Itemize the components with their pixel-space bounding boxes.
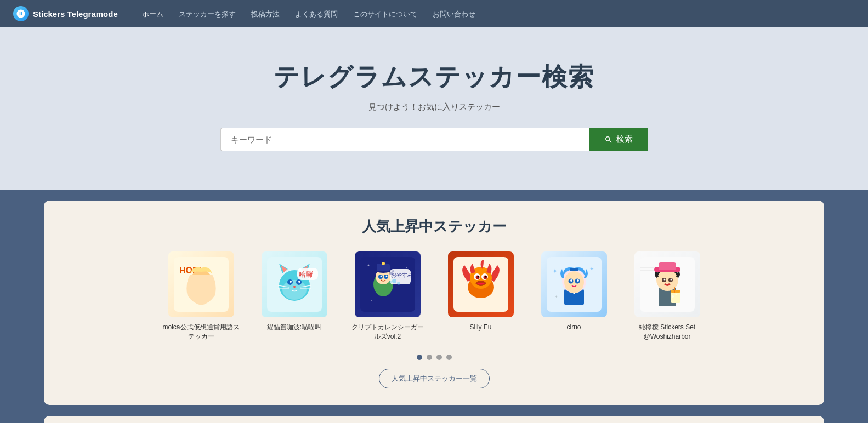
carousel-dots [66, 355, 802, 360]
svg-point-39 [392, 270, 394, 272]
nav-item-faq[interactable]: よくある質問 [288, 9, 344, 19]
sticker-item-cirno[interactable]: ✦ ✦ + + [536, 251, 612, 341]
dot-4[interactable] [446, 355, 452, 360]
main-content: 人気上昇中ステッカー HODL! [0, 190, 868, 423]
sticker-item-neko[interactable]: 哈囉 貓貓囂咖波:喵喵叫 [256, 251, 333, 341]
svg-point-41 [397, 282, 400, 285]
search-input[interactable] [220, 128, 589, 151]
sticker-item-silly-eu[interactable]: Silly Eu [442, 251, 519, 341]
nav-item-contact[interactable]: お問い合わせ [426, 9, 482, 19]
nav-item-about[interactable]: このサイトについて [347, 9, 424, 19]
sticker-label-molca: molca公式仮想通貨用語ステッカー [163, 323, 240, 341]
view-all-trending-button[interactable]: 人気上昇中ステッカー一覧 [379, 369, 490, 388]
search-icon [604, 135, 613, 144]
sticker-image-crypto: おやすみ [355, 251, 421, 317]
search-button[interactable]: 検索 [589, 128, 648, 151]
svg-text:哈囉: 哈囉 [299, 270, 313, 278]
nav-item-find[interactable]: ステッカーを探す [172, 9, 242, 19]
sticker-label-crypto: クリプトカレンシーガールズvol.2 [349, 323, 426, 341]
navbar: Stickers Telegramode ホーム ステッカーを探す 投稿方法 よ… [0, 0, 868, 27]
hero-subtitle: 見つけよう！お気に入りステッカー [11, 102, 857, 112]
svg-point-63 [570, 279, 572, 282]
svg-point-38 [389, 272, 393, 275]
svg-rect-78 [674, 287, 675, 293]
svg-point-15 [290, 281, 292, 283]
svg-rect-77 [671, 290, 680, 293]
search-button-label: 検索 [616, 134, 633, 145]
sticker-image-cirno: ✦ ✦ + + [541, 251, 607, 317]
dot-2[interactable] [427, 355, 432, 360]
sticker-item-molca[interactable]: HODL! molca公式仮想通貨用語ステッカー [163, 251, 240, 341]
nav-menu: ホーム ステッカーを探す 投稿方法 よくある質問 このサイトについて お問い合わ… [135, 9, 482, 19]
svg-point-79 [672, 295, 674, 298]
svg-point-34 [380, 276, 382, 277]
svg-text:✦: ✦ [552, 267, 558, 275]
sticker-image-neko: 哈囉 [262, 251, 327, 317]
hero-title: テレグラムステッカー検索 [11, 60, 857, 94]
search-bar: 検索 [220, 128, 648, 151]
brand-name: Stickers Telegramode [33, 9, 118, 19]
svg-point-26 [371, 300, 372, 301]
sticker-item-lemon[interactable]: 純檸檬 Stickers Set @Woshizharbor [629, 251, 706, 341]
svg-point-24 [367, 265, 369, 266]
svg-point-75 [670, 279, 672, 281]
nav-item-post[interactable]: 投稿方法 [245, 9, 286, 19]
svg-point-50 [477, 276, 479, 278]
svg-text:✦: ✦ [589, 266, 594, 272]
trending-section: 人気上昇中ステッカー HODL! [44, 201, 824, 405]
sticker-item-crypto[interactable]: おやすみ クリプトカレンシーガールズvol.2 [349, 251, 426, 341]
svg-rect-60 [570, 268, 578, 271]
brand-logo[interactable]: Stickers Telegramode [13, 6, 118, 21]
svg-point-59 [564, 271, 584, 293]
svg-text:+: + [592, 291, 594, 296]
nav-item-home[interactable]: ホーム [135, 9, 170, 19]
sticker-image-lemon [634, 251, 700, 317]
svg-point-51 [485, 276, 486, 278]
svg-text:おやすみ: おやすみ [391, 272, 413, 278]
sticker-label-silly-eu: Silly Eu [469, 323, 491, 332]
svg-point-25 [406, 267, 407, 268]
dot-1[interactable] [417, 355, 422, 360]
sticker-label-cirno: cirno [566, 323, 581, 332]
brand-icon [13, 6, 29, 21]
svg-point-74 [663, 279, 665, 281]
dot-3[interactable] [436, 355, 442, 360]
svg-text:+: + [555, 294, 558, 299]
svg-point-64 [577, 279, 579, 282]
svg-point-8 [282, 280, 307, 300]
svg-point-31 [382, 262, 385, 265]
trending-stickers-row: HODL! molca公式仮想通貨用語ステッカー [66, 251, 802, 341]
sticker-image-molca: HODL! [168, 251, 234, 317]
trending-title: 人気上昇中ステッカー [66, 217, 802, 236]
view-all-container: 人気上昇中ステッカー一覧 [66, 369, 802, 388]
sticker-image-silly-eu [448, 251, 514, 317]
hero-section: テレグラムステッカー検索 見つけよう！お気に入りステッカー 検索 [0, 27, 868, 190]
svg-point-40 [392, 279, 396, 283]
sticker-label-neko: 貓貓囂咖波:喵喵叫 [267, 323, 321, 332]
svg-point-80 [675, 294, 677, 295]
sticker-label-lemon: 純檸檬 Stickers Set @Woshizharbor [629, 323, 706, 341]
new-stickers-section: 新着ステッカー [44, 416, 824, 423]
svg-point-35 [385, 276, 387, 277]
svg-point-16 [298, 281, 300, 283]
svg-point-42 [389, 281, 392, 284]
svg-rect-71 [659, 262, 676, 270]
